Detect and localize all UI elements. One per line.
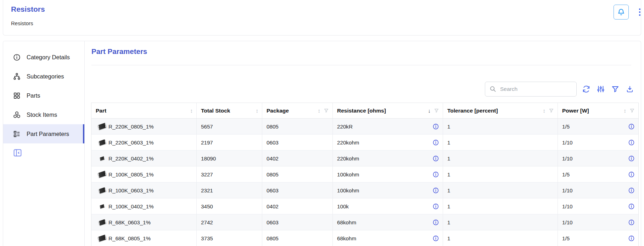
- info-icon[interactable]: [628, 219, 635, 226]
- table-row[interactable]: R_68K_0603_1%2742060368kohm11/10: [91, 214, 638, 230]
- sidebar-collapse-row: [3, 148, 84, 158]
- table-row[interactable]: R_220K_0402_1%180900402220kohm11/10: [91, 151, 638, 166]
- cell-total-stock: 3227: [197, 166, 262, 182]
- cell-part: R_68K_0603_1%: [91, 214, 197, 230]
- resistance-value: 68kohm: [337, 235, 356, 241]
- cell-total-stock: 2742: [197, 214, 262, 230]
- cell-power: 1/10: [558, 135, 638, 150]
- info-icon[interactable]: [432, 235, 439, 242]
- sort-icon[interactable]: ↕: [190, 108, 193, 114]
- part-thumbnail: [96, 220, 108, 225]
- tolerance-value: 1: [447, 219, 450, 225]
- filter-icon[interactable]: [611, 85, 620, 93]
- kebab-menu-icon[interactable]: [635, 6, 644, 18]
- cell-power: 1/10: [558, 198, 638, 214]
- part-name: R_100K_0402_1%: [108, 203, 154, 209]
- resistance-value: 100k: [337, 203, 349, 209]
- column-filter-icon[interactable]: [549, 108, 554, 113]
- info-icon[interactable]: [432, 123, 439, 130]
- info-icon[interactable]: [432, 203, 439, 210]
- table-row[interactable]: R_100K_0402_1%34500402100k11/10: [91, 198, 638, 214]
- part-name: R_220K_0805_1%: [108, 124, 154, 130]
- sort-icon[interactable]: ↕: [256, 108, 259, 114]
- column-filter-icon[interactable]: [629, 108, 635, 113]
- search-input[interactable]: [485, 82, 577, 97]
- resistor-chip-image: [97, 123, 107, 130]
- part-parameters-list-icon: [13, 130, 21, 138]
- cell-tolerance: 1: [443, 151, 558, 166]
- info-icon[interactable]: [432, 187, 439, 194]
- cell-tolerance: 1: [443, 135, 558, 150]
- top-header: Resistors Resistors: [3, 0, 641, 35]
- cell-total-stock-value: 3735: [201, 235, 213, 241]
- column-header-resistance-ohms[interactable]: Resistance [ohms]↓: [333, 103, 443, 118]
- cell-resistance: 100kohm: [333, 166, 443, 182]
- table-row[interactable]: R_100K_0603_1%23210603100kohm11/10: [91, 182, 638, 198]
- info-icon[interactable]: [628, 123, 635, 130]
- refresh-icon[interactable]: [582, 85, 590, 93]
- column-header-part[interactable]: Part↕: [91, 103, 197, 118]
- cell-resistance: 100kohm: [333, 182, 443, 198]
- info-icon[interactable]: [628, 187, 635, 194]
- column-header-tolerance-percent[interactable]: Tolerance [percent]↕: [443, 103, 558, 118]
- tolerance-value: 1: [447, 171, 450, 177]
- notifications-button[interactable]: [614, 5, 629, 20]
- column-filter-icon[interactable]: [324, 108, 329, 113]
- info-icon[interactable]: [432, 155, 439, 162]
- sort-descending-icon[interactable]: ↓: [428, 108, 431, 114]
- power-value: 1/10: [562, 187, 573, 193]
- sidebar-item-part-parameters[interactable]: Part Parameters: [3, 124, 84, 143]
- info-icon[interactable]: [628, 171, 635, 178]
- info-icon[interactable]: [628, 203, 635, 210]
- sort-icon[interactable]: ↕: [543, 108, 546, 114]
- info-icon[interactable]: [628, 139, 635, 146]
- cell-part: R_100K_0603_1%: [91, 182, 197, 198]
- sort-icon[interactable]: ↕: [624, 108, 627, 114]
- cell-package: 0805: [262, 166, 333, 182]
- table-row[interactable]: R_68K_0805_1%3735080568kohm11/5: [91, 230, 638, 246]
- sidebar-item-subcategories[interactable]: Subcategories: [3, 67, 84, 86]
- table-row[interactable]: R_100K_0805_1%32270805100kohm11/5: [91, 166, 638, 182]
- info-icon[interactable]: [628, 235, 635, 242]
- power-value: 1/10: [562, 155, 573, 162]
- sidebar-item-category-details[interactable]: Category Details: [3, 48, 84, 67]
- cell-package: 0603: [262, 214, 333, 230]
- sidebar-item-stock-items[interactable]: Stock Items: [3, 105, 84, 124]
- section-title: Part Parameters: [91, 47, 147, 56]
- sidebar-item-label: Stock Items: [27, 111, 57, 118]
- column-header-label: Part: [96, 108, 190, 114]
- cell-resistance: 100k: [333, 198, 443, 214]
- stock-cubes-icon: [13, 111, 21, 119]
- resistor-chip-image: [98, 139, 106, 146]
- column-header-power-w[interactable]: Power [W]↕: [558, 103, 638, 118]
- column-settings-icon[interactable]: [597, 85, 605, 93]
- collapse-sidebar-icon[interactable]: [13, 148, 84, 158]
- cell-resistance: 220kohm: [333, 151, 443, 166]
- cell-power: 1/5: [558, 119, 638, 134]
- cell-total-stock-value: 2197: [201, 140, 213, 146]
- column-header-package[interactable]: Package↕: [262, 103, 333, 118]
- cell-package-value: 0402: [267, 155, 279, 162]
- column-filter-icon[interactable]: [434, 108, 439, 113]
- sidebar-item-label: Parts: [27, 92, 40, 99]
- cell-tolerance: 1: [443, 230, 558, 246]
- info-icon[interactable]: [432, 219, 439, 226]
- info-icon[interactable]: [628, 155, 635, 162]
- cell-package-value: 0805: [267, 171, 279, 177]
- table-row[interactable]: R_220K_0805_1%56570805220kR11/5: [91, 119, 638, 135]
- cell-total-stock-value: 5657: [201, 124, 213, 130]
- table-header-row: Part↕Total Stock↕Package↕Resistance [ohm…: [91, 103, 638, 119]
- column-header-total-stock[interactable]: Total Stock↕: [197, 103, 262, 118]
- cell-part: R_100K_0805_1%: [91, 166, 197, 182]
- sidebar-item-parts[interactable]: Parts: [3, 86, 84, 105]
- cell-power: 1/10: [558, 182, 638, 198]
- info-icon[interactable]: [432, 139, 439, 146]
- download-icon[interactable]: [626, 85, 634, 93]
- info-icon[interactable]: [432, 171, 439, 178]
- cell-package: 0603: [262, 182, 333, 198]
- cell-power: 1/10: [558, 151, 638, 166]
- resistor-chip-image: [99, 156, 105, 161]
- table-row[interactable]: R_220K_0603_1%21970603220kohm11/10: [91, 135, 638, 151]
- sort-icon[interactable]: ↕: [318, 108, 321, 114]
- resistor-chip-image: [97, 235, 107, 242]
